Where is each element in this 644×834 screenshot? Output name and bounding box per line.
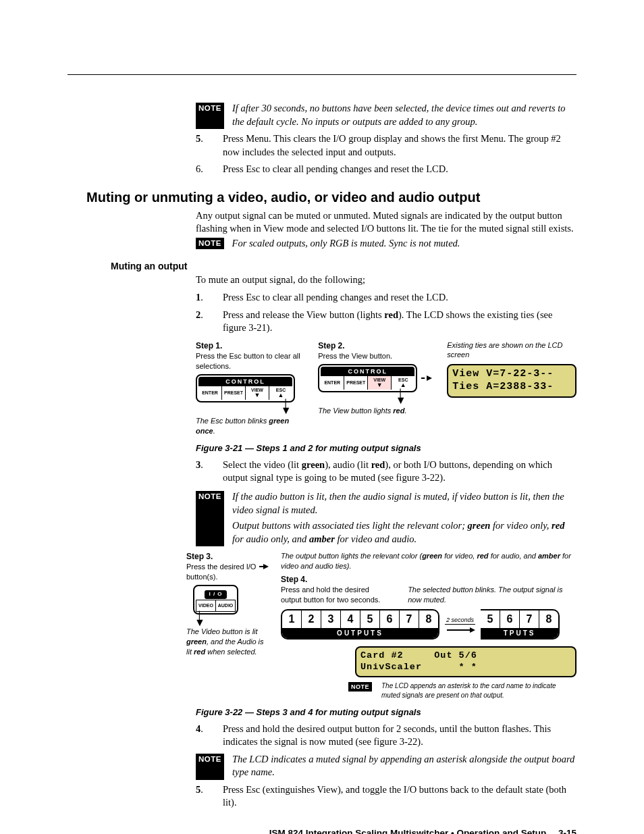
note-badge: NOTE bbox=[196, 491, 224, 546]
output-button[interactable]: 8 bbox=[419, 610, 438, 628]
esc-button[interactable]: ESC▲ bbox=[392, 376, 414, 390]
output-button[interactable]: 5 bbox=[481, 610, 500, 628]
subsection-heading: Muting an output bbox=[111, 260, 576, 273]
output-button[interactable]: 4 bbox=[341, 610, 360, 628]
note-text: If after 30 seconds, no buttons have bee… bbox=[232, 102, 576, 128]
step-5: 5. Press Menu. This clears the I/O group… bbox=[196, 132, 576, 159]
preset-button[interactable]: PRESET bbox=[222, 386, 246, 400]
arrow-icon bbox=[421, 377, 431, 379]
lcd-display: View V=7-22-3-- Ties A=2388-33- bbox=[447, 364, 576, 398]
figure-3-21-caption: Figure 3-21 — Steps 1 and 2 for muting o… bbox=[196, 442, 576, 454]
page-footer: ISM 824 Integration Scaling Multiswitche… bbox=[68, 827, 576, 834]
arrow-icon bbox=[259, 566, 267, 567]
audio-button[interactable]: AUDIO bbox=[216, 600, 236, 612]
top-rule bbox=[68, 74, 576, 75]
output-button[interactable]: 6 bbox=[500, 610, 520, 628]
output-button[interactable]: 2 bbox=[302, 610, 321, 628]
mute-step-5: 5. Press Esc (extinguishes View), and to… bbox=[196, 783, 576, 810]
enter-button[interactable]: ENTER bbox=[321, 376, 344, 390]
note-badge: NOTE bbox=[196, 754, 224, 780]
figure-3-22: Step 3. Press the desired I/O button(s).… bbox=[186, 551, 576, 700]
note-block-4: NOTE The LCD indicates a muted signal by… bbox=[196, 753, 576, 779]
view-button[interactable]: VIEW▼ bbox=[246, 386, 269, 400]
note-badge: NOTE bbox=[196, 103, 224, 129]
arrow-icon bbox=[447, 629, 474, 631]
mute-step-1: 1. Press Esc to clear all pending change… bbox=[196, 291, 576, 305]
output-button[interactable]: 7 bbox=[520, 610, 539, 628]
output-button[interactable]: 8 bbox=[539, 610, 558, 628]
mute-step-4: 4. Press and hold the desired output but… bbox=[196, 723, 576, 749]
mute-step-2: 2. Press and release the View button (li… bbox=[196, 309, 576, 335]
figure-3-21: Step 1. Press the Esc button to clear al… bbox=[196, 340, 576, 436]
outputs-panel-partial: 5 6 7 8 TPUTS bbox=[481, 609, 560, 640]
preset-button[interactable]: PRESET bbox=[344, 376, 368, 390]
step-6: 6. Press Esc to clear all pending change… bbox=[196, 163, 576, 176]
output-button[interactable]: 5 bbox=[360, 610, 380, 628]
note-block-2: NOTE For scaled outputs, only RGB is mut… bbox=[196, 237, 576, 251]
video-button[interactable]: VIDEO bbox=[196, 600, 216, 612]
view-button[interactable]: VIEW▼ bbox=[368, 376, 392, 390]
output-button[interactable]: 1 bbox=[282, 610, 302, 628]
enter-button[interactable]: ENTER bbox=[198, 386, 222, 400]
lcd-display-2: Card #2 Out 5/6 UnivScaler * * bbox=[355, 646, 576, 677]
control-panel-2: CONTROL ENTER PRESET VIEW▼ ESC▲ bbox=[318, 364, 417, 392]
io-panel: I / O VIDEO AUDIO bbox=[193, 585, 238, 615]
output-button[interactable]: 6 bbox=[380, 610, 400, 628]
figure-3-22-caption: Figure 3-22 — Steps 3 and 4 for muting o… bbox=[196, 706, 576, 719]
control-panel-1: CONTROL ENTER PRESET VIEW▼ ESC▲ bbox=[196, 374, 295, 402]
note-block-3: NOTE If the audio button is lit, then th… bbox=[196, 490, 576, 546]
section-body: Any output signal can be muted or unmute… bbox=[196, 209, 576, 236]
section-heading: Muting or unmuting a video, audio, or vi… bbox=[86, 188, 576, 207]
output-button[interactable]: 3 bbox=[321, 610, 341, 628]
output-button[interactable]: 7 bbox=[400, 610, 419, 628]
esc-button[interactable]: ESC▲ bbox=[269, 386, 292, 400]
mute-step-3: 3. Select the video (lit green), audio (… bbox=[196, 459, 576, 485]
note-badge: NOTE bbox=[196, 238, 224, 250]
outputs-panel: 1 2 3 4 5 6 7 8 OUTPUTS bbox=[281, 609, 439, 640]
note-badge: NOTE bbox=[348, 682, 372, 692]
h2-lead: To mute an output signal, do the followi… bbox=[196, 273, 576, 287]
note-block-1: NOTE If after 30 seconds, no buttons hav… bbox=[196, 102, 576, 128]
